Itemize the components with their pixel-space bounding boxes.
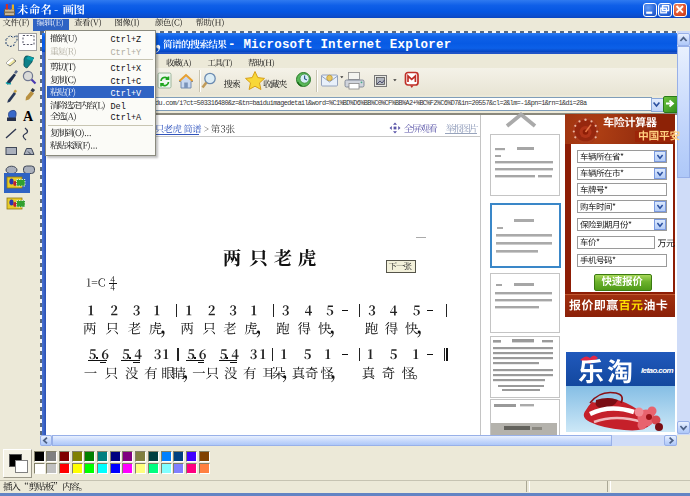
svg-text:A: A: [23, 109, 34, 124]
